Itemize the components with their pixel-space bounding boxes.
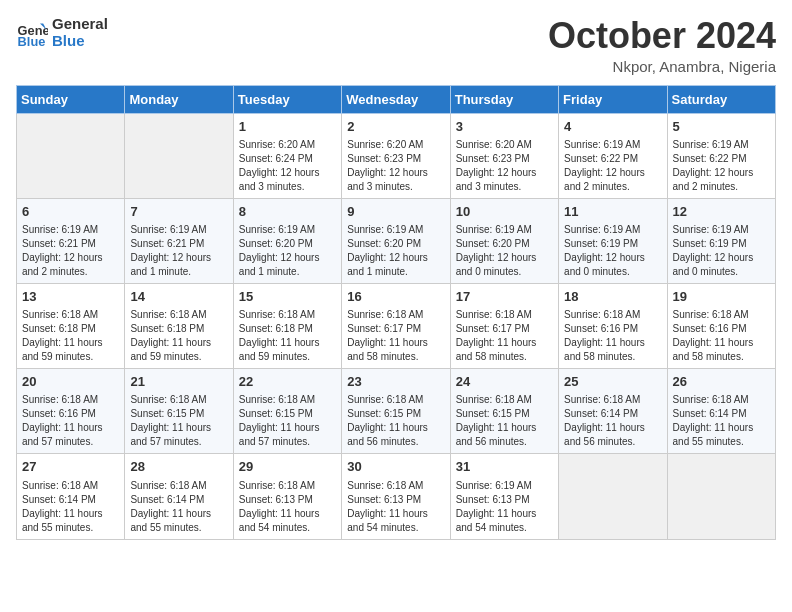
day-number: 21 <box>130 373 227 391</box>
day-info: Sunrise: 6:18 AM Sunset: 6:13 PM Dayligh… <box>239 479 336 535</box>
svg-text:Blue: Blue <box>18 33 46 48</box>
logo-text-blue: Blue <box>52 33 108 50</box>
calendar-cell: 5Sunrise: 6:19 AM Sunset: 6:22 PM Daylig… <box>667 113 775 198</box>
calendar-cell: 8Sunrise: 6:19 AM Sunset: 6:20 PM Daylig… <box>233 198 341 283</box>
calendar-table: SundayMondayTuesdayWednesdayThursdayFrid… <box>16 85 776 540</box>
weekday-header-tuesday: Tuesday <box>233 85 341 113</box>
day-number: 3 <box>456 118 553 136</box>
location: Nkpor, Anambra, Nigeria <box>548 58 776 75</box>
day-number: 11 <box>564 203 661 221</box>
calendar-cell: 12Sunrise: 6:19 AM Sunset: 6:19 PM Dayli… <box>667 198 775 283</box>
logo: General Blue General Blue <box>16 16 108 49</box>
day-number: 22 <box>239 373 336 391</box>
day-number: 6 <box>22 203 119 221</box>
day-info: Sunrise: 6:20 AM Sunset: 6:24 PM Dayligh… <box>239 138 336 194</box>
day-info: Sunrise: 6:18 AM Sunset: 6:17 PM Dayligh… <box>347 308 444 364</box>
weekday-header-thursday: Thursday <box>450 85 558 113</box>
day-number: 31 <box>456 458 553 476</box>
day-number: 15 <box>239 288 336 306</box>
day-info: Sunrise: 6:18 AM Sunset: 6:18 PM Dayligh… <box>130 308 227 364</box>
weekday-header-saturday: Saturday <box>667 85 775 113</box>
logo-icon: General Blue <box>16 17 48 49</box>
calendar-cell <box>17 113 125 198</box>
day-number: 12 <box>673 203 770 221</box>
day-info: Sunrise: 6:19 AM Sunset: 6:13 PM Dayligh… <box>456 479 553 535</box>
day-info: Sunrise: 6:18 AM Sunset: 6:13 PM Dayligh… <box>347 479 444 535</box>
day-number: 26 <box>673 373 770 391</box>
calendar-cell: 14Sunrise: 6:18 AM Sunset: 6:18 PM Dayli… <box>125 283 233 368</box>
calendar-cell: 17Sunrise: 6:18 AM Sunset: 6:17 PM Dayli… <box>450 283 558 368</box>
calendar-cell: 24Sunrise: 6:18 AM Sunset: 6:15 PM Dayli… <box>450 369 558 454</box>
weekday-header-sunday: Sunday <box>17 85 125 113</box>
weekday-header-friday: Friday <box>559 85 667 113</box>
calendar-cell: 30Sunrise: 6:18 AM Sunset: 6:13 PM Dayli… <box>342 454 450 539</box>
day-number: 20 <box>22 373 119 391</box>
day-number: 7 <box>130 203 227 221</box>
day-number: 10 <box>456 203 553 221</box>
calendar-cell: 2Sunrise: 6:20 AM Sunset: 6:23 PM Daylig… <box>342 113 450 198</box>
weekday-header-monday: Monday <box>125 85 233 113</box>
day-number: 25 <box>564 373 661 391</box>
day-number: 5 <box>673 118 770 136</box>
day-info: Sunrise: 6:18 AM Sunset: 6:16 PM Dayligh… <box>564 308 661 364</box>
calendar-cell: 11Sunrise: 6:19 AM Sunset: 6:19 PM Dayli… <box>559 198 667 283</box>
day-info: Sunrise: 6:19 AM Sunset: 6:19 PM Dayligh… <box>564 223 661 279</box>
calendar-cell: 18Sunrise: 6:18 AM Sunset: 6:16 PM Dayli… <box>559 283 667 368</box>
day-number: 23 <box>347 373 444 391</box>
day-number: 29 <box>239 458 336 476</box>
day-info: Sunrise: 6:18 AM Sunset: 6:14 PM Dayligh… <box>22 479 119 535</box>
month-title: October 2024 <box>548 16 776 56</box>
day-info: Sunrise: 6:18 AM Sunset: 6:17 PM Dayligh… <box>456 308 553 364</box>
day-info: Sunrise: 6:18 AM Sunset: 6:18 PM Dayligh… <box>239 308 336 364</box>
day-number: 13 <box>22 288 119 306</box>
calendar-cell: 20Sunrise: 6:18 AM Sunset: 6:16 PM Dayli… <box>17 369 125 454</box>
calendar-cell: 31Sunrise: 6:19 AM Sunset: 6:13 PM Dayli… <box>450 454 558 539</box>
calendar-cell: 1Sunrise: 6:20 AM Sunset: 6:24 PM Daylig… <box>233 113 341 198</box>
calendar-cell: 19Sunrise: 6:18 AM Sunset: 6:16 PM Dayli… <box>667 283 775 368</box>
day-number: 19 <box>673 288 770 306</box>
day-number: 14 <box>130 288 227 306</box>
day-info: Sunrise: 6:20 AM Sunset: 6:23 PM Dayligh… <box>347 138 444 194</box>
calendar-cell: 7Sunrise: 6:19 AM Sunset: 6:21 PM Daylig… <box>125 198 233 283</box>
calendar-cell: 29Sunrise: 6:18 AM Sunset: 6:13 PM Dayli… <box>233 454 341 539</box>
logo-text-general: General <box>52 16 108 33</box>
calendar-cell: 25Sunrise: 6:18 AM Sunset: 6:14 PM Dayli… <box>559 369 667 454</box>
calendar-cell: 9Sunrise: 6:19 AM Sunset: 6:20 PM Daylig… <box>342 198 450 283</box>
day-info: Sunrise: 6:18 AM Sunset: 6:15 PM Dayligh… <box>239 393 336 449</box>
calendar-cell: 28Sunrise: 6:18 AM Sunset: 6:14 PM Dayli… <box>125 454 233 539</box>
day-info: Sunrise: 6:18 AM Sunset: 6:16 PM Dayligh… <box>22 393 119 449</box>
page-header: General Blue General Blue October 2024 N… <box>16 16 776 75</box>
day-info: Sunrise: 6:19 AM Sunset: 6:20 PM Dayligh… <box>239 223 336 279</box>
day-number: 16 <box>347 288 444 306</box>
day-info: Sunrise: 6:20 AM Sunset: 6:23 PM Dayligh… <box>456 138 553 194</box>
calendar-week-row: 13Sunrise: 6:18 AM Sunset: 6:18 PM Dayli… <box>17 283 776 368</box>
day-info: Sunrise: 6:18 AM Sunset: 6:15 PM Dayligh… <box>456 393 553 449</box>
calendar-cell: 22Sunrise: 6:18 AM Sunset: 6:15 PM Dayli… <box>233 369 341 454</box>
day-number: 4 <box>564 118 661 136</box>
day-info: Sunrise: 6:18 AM Sunset: 6:15 PM Dayligh… <box>347 393 444 449</box>
calendar-cell <box>667 454 775 539</box>
calendar-cell: 4Sunrise: 6:19 AM Sunset: 6:22 PM Daylig… <box>559 113 667 198</box>
day-info: Sunrise: 6:19 AM Sunset: 6:22 PM Dayligh… <box>673 138 770 194</box>
calendar-week-row: 6Sunrise: 6:19 AM Sunset: 6:21 PM Daylig… <box>17 198 776 283</box>
day-info: Sunrise: 6:18 AM Sunset: 6:14 PM Dayligh… <box>564 393 661 449</box>
day-info: Sunrise: 6:18 AM Sunset: 6:15 PM Dayligh… <box>130 393 227 449</box>
calendar-cell: 23Sunrise: 6:18 AM Sunset: 6:15 PM Dayli… <box>342 369 450 454</box>
day-info: Sunrise: 6:18 AM Sunset: 6:16 PM Dayligh… <box>673 308 770 364</box>
day-info: Sunrise: 6:19 AM Sunset: 6:20 PM Dayligh… <box>456 223 553 279</box>
day-number: 24 <box>456 373 553 391</box>
calendar-cell <box>559 454 667 539</box>
day-number: 17 <box>456 288 553 306</box>
title-block: October 2024 Nkpor, Anambra, Nigeria <box>548 16 776 75</box>
day-number: 27 <box>22 458 119 476</box>
day-info: Sunrise: 6:18 AM Sunset: 6:14 PM Dayligh… <box>673 393 770 449</box>
day-number: 18 <box>564 288 661 306</box>
calendar-cell: 10Sunrise: 6:19 AM Sunset: 6:20 PM Dayli… <box>450 198 558 283</box>
day-info: Sunrise: 6:19 AM Sunset: 6:21 PM Dayligh… <box>22 223 119 279</box>
day-info: Sunrise: 6:19 AM Sunset: 6:21 PM Dayligh… <box>130 223 227 279</box>
weekday-header-row: SundayMondayTuesdayWednesdayThursdayFrid… <box>17 85 776 113</box>
calendar-cell: 3Sunrise: 6:20 AM Sunset: 6:23 PM Daylig… <box>450 113 558 198</box>
calendar-cell: 6Sunrise: 6:19 AM Sunset: 6:21 PM Daylig… <box>17 198 125 283</box>
day-info: Sunrise: 6:18 AM Sunset: 6:14 PM Dayligh… <box>130 479 227 535</box>
day-number: 2 <box>347 118 444 136</box>
